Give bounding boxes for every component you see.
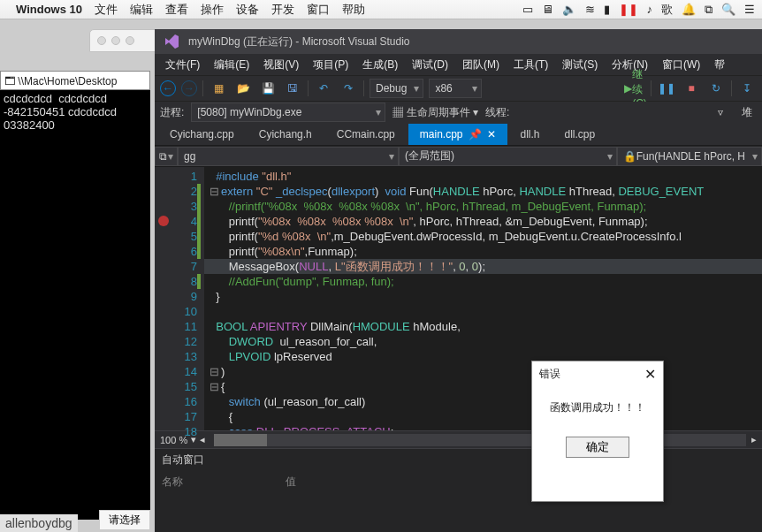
ime-icon[interactable]: 歌: [661, 2, 673, 18]
editor-tab[interactable]: CCmain.cpp: [325, 124, 407, 145]
panel-title[interactable]: 自动窗口: [155, 449, 762, 471]
traffic-light[interactable]: [111, 36, 120, 45]
mac-menu-item[interactable]: 操作: [201, 3, 224, 16]
vs-menu-item[interactable]: 帮: [707, 57, 732, 72]
pause-debug-icon[interactable]: ❚❚: [657, 79, 676, 98]
code-line[interactable]: switch (ul_reason_for_call): [204, 394, 762, 409]
vs-menu-item[interactable]: 调试(D): [405, 57, 455, 72]
volume-icon[interactable]: 🔈: [562, 3, 576, 16]
stack-frame-icon[interactable]: 堆: [737, 103, 757, 122]
lifecycle-label[interactable]: ▦ 生命周期事件 ▾: [392, 105, 478, 120]
pause-icon[interactable]: ❚❚: [619, 3, 638, 16]
editor-tab[interactable]: Cyichang.h: [248, 124, 324, 145]
mac-menu-item[interactable]: 窗口: [307, 3, 330, 16]
menu-icon[interactable]: ☰: [744, 3, 755, 16]
vs-titlebar[interactable]: myWinDbg (正在运行) - Microsoft Visual Studi…: [155, 29, 762, 54]
mac-menu-item[interactable]: 开发: [271, 3, 294, 16]
code-line[interactable]: case DLL_PROCESS_ATTACH:: [204, 424, 762, 430]
vs-menu-item[interactable]: 编辑(E): [207, 57, 256, 72]
editor-tab[interactable]: Cyichang.cpp: [158, 124, 246, 145]
config-combo[interactable]: Debug: [370, 79, 423, 98]
code-line[interactable]: //printf("%08x %08x %08x %08x \n", hPorc…: [204, 199, 762, 214]
vs-menu-item[interactable]: 视图(V): [256, 57, 306, 72]
code-line[interactable]: }: [204, 289, 762, 304]
breakpoint-icon[interactable]: [158, 216, 169, 226]
col-value[interactable]: 值: [286, 475, 296, 490]
code-line[interactable]: ⊟): [204, 364, 762, 379]
nav-fwd-icon[interactable]: →: [181, 80, 197, 96]
save-all-icon[interactable]: 🖫: [283, 79, 302, 98]
editor-tab[interactable]: dll.h: [509, 124, 552, 145]
redo-icon[interactable]: ↷: [339, 79, 358, 98]
filter-icon[interactable]: ▿: [711, 103, 730, 122]
open-icon[interactable]: 📂: [233, 79, 253, 98]
new-icon[interactable]: ▦: [209, 79, 228, 98]
undo-icon[interactable]: ↶: [314, 79, 333, 98]
traffic-light[interactable]: [126, 36, 134, 45]
dock-icon[interactable]: ⧉: [705, 3, 712, 17]
vs-menu-item[interactable]: 项目(P): [306, 57, 355, 72]
code-line[interactable]: //AddFun("dump", Funmap, fun);: [204, 274, 762, 289]
code-line[interactable]: ⊟extern "C" _declspec(dllexport) void Fu…: [204, 184, 762, 199]
nav-left-combo[interactable]: gg: [178, 147, 399, 166]
code-line[interactable]: BOOL APIENTRY DllMain(HMODULE hModule,: [204, 319, 762, 334]
scope-icon[interactable]: ⧉: [155, 147, 178, 166]
process-combo[interactable]: [5080] myWinDbg.exe: [191, 103, 385, 122]
vs-menu-item[interactable]: 测试(S): [555, 57, 605, 72]
message-icon[interactable]: ▭: [522, 3, 533, 16]
code-line[interactable]: ⊟{: [204, 379, 762, 394]
code-line[interactable]: printf("%08x\n",Funmap);: [204, 244, 762, 259]
code-line[interactable]: printf("%08x %08x %08x %08x \n", hPorc, …: [204, 214, 762, 229]
close-icon[interactable]: ✕: [644, 366, 656, 383]
restart-debug-icon[interactable]: ↻: [706, 79, 726, 98]
bell-icon[interactable]: 🔔: [682, 3, 696, 16]
pin-icon[interactable]: 📌: [469, 128, 482, 141]
code-line[interactable]: #include "dll.h": [204, 169, 762, 184]
code-line[interactable]: [204, 304, 762, 319]
col-name[interactable]: 名称: [162, 475, 286, 490]
note-icon[interactable]: ♪: [647, 3, 653, 16]
stop-debug-icon[interactable]: ■: [682, 79, 701, 98]
app-name[interactable]: Windows 10: [16, 3, 82, 16]
console-output: cdcdcdcd cdcdcdcd -842150451 cdcdcdcd 03…: [0, 90, 150, 133]
vs-menu-item[interactable]: 生成(B): [355, 57, 405, 72]
save-icon[interactable]: 💾: [258, 79, 278, 98]
traffic-light[interactable]: [97, 36, 106, 45]
editor-tab[interactable]: main.cpp📌✕: [408, 124, 507, 145]
nav-scope-combo[interactable]: (全局范围): [399, 147, 617, 166]
console-title: 🗔 \\Mac\Home\Desktop: [0, 71, 150, 90]
platform-combo[interactable]: x86: [429, 79, 482, 98]
h-scrollbar[interactable]: [214, 434, 746, 446]
close-tab-icon[interactable]: ✕: [487, 128, 496, 141]
step-into-icon[interactable]: ↧: [737, 79, 757, 98]
code-line[interactable]: DWORD ul_reason_for_call,: [204, 334, 762, 349]
mac-menu-item[interactable]: 文件: [95, 3, 118, 16]
editor-tab[interactable]: dll.cpp: [553, 124, 607, 145]
vs-menu-item[interactable]: 文件(F): [158, 57, 207, 72]
code-area[interactable]: #include "dll.h"⊟extern "C" _declspec(dl…: [204, 167, 762, 430]
mac-menu-item[interactable]: 帮助: [342, 3, 365, 16]
battery-icon[interactable]: ▮: [604, 3, 610, 16]
nav-back-icon[interactable]: ←: [160, 80, 176, 96]
mac-menu-item[interactable]: 查看: [165, 3, 188, 16]
mac-menu-item[interactable]: 编辑: [130, 3, 153, 16]
vs-menu-item[interactable]: 分析(N): [605, 57, 655, 72]
code-line[interactable]: LPVOID lpReserved: [204, 349, 762, 364]
search-icon[interactable]: 🔍: [721, 3, 735, 16]
nav-member-combo[interactable]: 🔒 Fun(HANDLE hPorc, H: [617, 147, 762, 166]
vs-menu-item[interactable]: 工具(T): [507, 57, 555, 72]
gutter[interactable]: 123456789101112131415161718: [155, 167, 204, 430]
vs-menu-item[interactable]: 窗口(W): [655, 57, 707, 72]
wifi-icon[interactable]: ≋: [585, 3, 595, 16]
code-line[interactable]: MessageBox(NULL, L"函数调用成功！！！", 0, 0);: [204, 259, 762, 274]
select-button[interactable]: 请选择: [99, 510, 150, 530]
code-line[interactable]: printf("%d %08x \n",m_DebugEvent.dwProce…: [204, 229, 762, 244]
mac-menu-item[interactable]: 设备: [236, 3, 259, 16]
editor[interactable]: 123456789101112131415161718 #include "dl…: [155, 167, 762, 430]
code-line[interactable]: {: [204, 409, 762, 424]
continue-button[interactable]: ▶ 继续(C): [626, 79, 645, 98]
vs-menu-item[interactable]: 团队(M): [455, 57, 507, 72]
ok-button[interactable]: 确定: [566, 437, 629, 458]
display-icon[interactable]: 🖥: [542, 3, 553, 16]
visual-studio-window: myWinDbg (正在运行) - Microsoft Visual Studi…: [155, 29, 762, 532]
